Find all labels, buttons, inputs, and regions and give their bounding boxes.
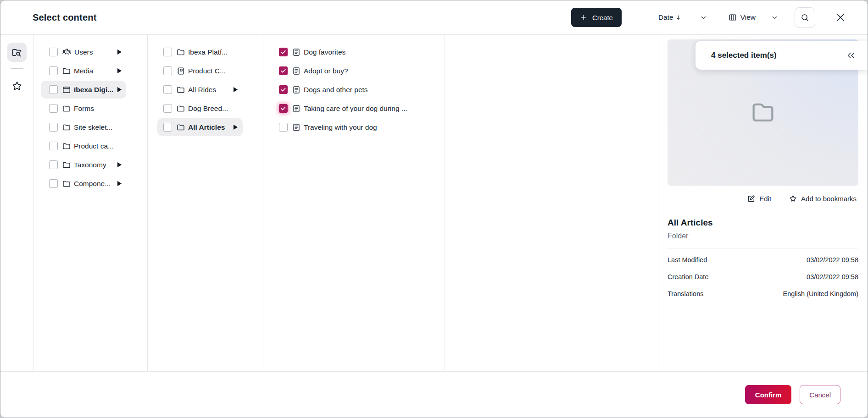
checkbox[interactable]: [163, 123, 172, 132]
add-to-bookmarks-button[interactable]: Add to bookmarks: [789, 194, 857, 203]
star-icon: [11, 80, 23, 92]
caret-right-icon[interactable]: [117, 87, 122, 92]
confirm-button[interactable]: Confirm: [745, 385, 792, 404]
checkbox[interactable]: [279, 104, 288, 113]
left-rail: [0, 35, 33, 371]
checkbox[interactable]: [49, 48, 58, 56]
users-icon: [62, 47, 72, 57]
meta-row-translations: Translations English (United Kingdom): [668, 285, 858, 302]
tree-item-dog-breed[interactable]: Dog Breed...: [148, 99, 263, 118]
tree-item-product-c[interactable]: Product C...: [148, 61, 263, 80]
checkbox[interactable]: [279, 123, 288, 132]
tree-item-ibexa-digi[interactable]: Ibexa Digi...: [33, 80, 147, 99]
tree-item-traveling-with-your-dog[interactable]: Traveling with your dog: [263, 118, 445, 137]
tree-item-media[interactable]: Media: [33, 61, 147, 80]
checkbox[interactable]: [279, 85, 288, 94]
create-button[interactable]: Create: [571, 8, 622, 27]
site-icon: [62, 85, 71, 94]
meta-row-last-modified: Last Modified 03/02/2022 09:58: [668, 251, 858, 268]
modal-footer: Confirm Cancel: [0, 371, 868, 418]
meta-value: 03/02/2022 09:58: [807, 273, 858, 280]
tree-item-label: Taking care of your dog during ...: [304, 104, 407, 113]
meta-label: Last Modified: [668, 256, 707, 264]
tree-item-taking-care-of-your-dog-during[interactable]: Taking care of your dog during ...: [263, 99, 445, 118]
tree-item-label: Forms: [74, 104, 94, 113]
search-button[interactable]: [795, 7, 815, 28]
caret-right-icon[interactable]: [117, 162, 122, 167]
page-title: Select content: [33, 12, 97, 23]
checkbox[interactable]: [163, 48, 172, 56]
view-dropdown[interactable]: View: [728, 13, 778, 22]
article-icon: [292, 48, 301, 57]
browse-tab-button[interactable]: [7, 43, 27, 62]
edit-button[interactable]: Edit: [747, 194, 771, 203]
tree-item-taxonomy[interactable]: Taxonomy: [33, 155, 147, 174]
caret-right-icon[interactable]: [117, 181, 122, 186]
content-type: Folder: [668, 232, 858, 240]
sort-label: Date: [658, 13, 673, 22]
tree-item-all-articles[interactable]: All Articles: [148, 118, 263, 137]
tree-item-label: Users: [74, 48, 93, 56]
collapse-panel-button[interactable]: [845, 49, 857, 62]
search-icon: [800, 13, 810, 22]
meta-value: English (United Kingdom): [783, 290, 858, 297]
catalog-icon: [176, 66, 185, 76]
tree-item-label: Product ca...: [74, 142, 114, 150]
checkbox[interactable]: [163, 66, 172, 75]
double-chevron-left-icon: [846, 50, 857, 61]
tree-item-dog-favorites[interactable]: Dog favorites: [263, 43, 445, 61]
tree-item-dogs-and-other-pets[interactable]: Dogs and other pets: [263, 80, 445, 99]
checkbox[interactable]: [49, 142, 58, 150]
select-content-modal: Select content Create Date: [0, 0, 868, 418]
tree-item-site-skelet[interactable]: Site skelet...: [33, 118, 147, 137]
tree-item-all-rides[interactable]: All Rides: [148, 80, 263, 99]
caret-right-icon[interactable]: [117, 68, 122, 73]
selected-items-count: 4 selected item(s): [711, 51, 777, 60]
caret-right-icon[interactable]: [117, 50, 122, 55]
tree-item-forms[interactable]: Forms: [33, 99, 147, 118]
tree-item-label: Product C...: [188, 67, 226, 75]
cancel-button[interactable]: Cancel: [800, 385, 840, 404]
view-columns-icon: [728, 13, 737, 22]
checkbox[interactable]: [49, 66, 58, 75]
tree-item-compone[interactable]: Compone...: [33, 174, 147, 193]
tree-item-label: Dog favorites: [304, 48, 345, 56]
checkbox[interactable]: [163, 85, 172, 94]
tree-item-users[interactable]: Users: [33, 43, 147, 61]
folder-icon: [748, 98, 778, 128]
folder-icon: [176, 85, 185, 94]
checkbox[interactable]: [49, 104, 58, 113]
folder-icon: [62, 66, 71, 76]
checkbox[interactable]: [49, 179, 58, 188]
checkbox[interactable]: [279, 66, 288, 75]
sort-dropdown[interactable]: Date: [658, 13, 707, 22]
tree-column-1: UsersMediaIbexa Digi...FormsSite skelet.…: [33, 35, 148, 371]
folder-search-icon: [11, 47, 22, 58]
tree-item-label: Taxonomy: [74, 161, 106, 169]
tree-item-adopt-or-buy[interactable]: Adopt or buy?: [263, 61, 445, 80]
preview-actions: Edit Add to bookmarks: [668, 192, 858, 205]
tree-item-label: Adopt or buy?: [304, 67, 348, 75]
checkbox[interactable]: [49, 85, 58, 94]
preview-divider: [668, 248, 858, 248]
tree-item-label: Site skelet...: [74, 123, 112, 132]
modal-header: Select content Create Date: [0, 0, 868, 35]
tree-item-ibexa-platf[interactable]: Ibexa Platf...: [148, 43, 263, 61]
caret-right-icon[interactable]: [234, 125, 238, 130]
checkbox[interactable]: [49, 160, 58, 169]
content-title: All Articles: [668, 218, 858, 228]
checkbox[interactable]: [49, 123, 58, 132]
meta-label: Creation Date: [668, 273, 708, 280]
arrow-down-icon: [675, 14, 682, 21]
edit-label: Edit: [759, 195, 771, 203]
close-button[interactable]: [833, 10, 848, 25]
folder-icon: [176, 123, 185, 132]
selected-items-banner: 4 selected item(s): [696, 41, 868, 70]
folder-icon: [176, 48, 185, 57]
caret-right-icon[interactable]: [234, 87, 238, 92]
tree-item-product-ca[interactable]: Product ca...: [33, 137, 147, 155]
checkbox[interactable]: [163, 104, 172, 113]
checkbox[interactable]: [279, 48, 288, 56]
tree-item-label: Media: [74, 67, 93, 75]
bookmarks-tab-button[interactable]: [7, 77, 27, 96]
